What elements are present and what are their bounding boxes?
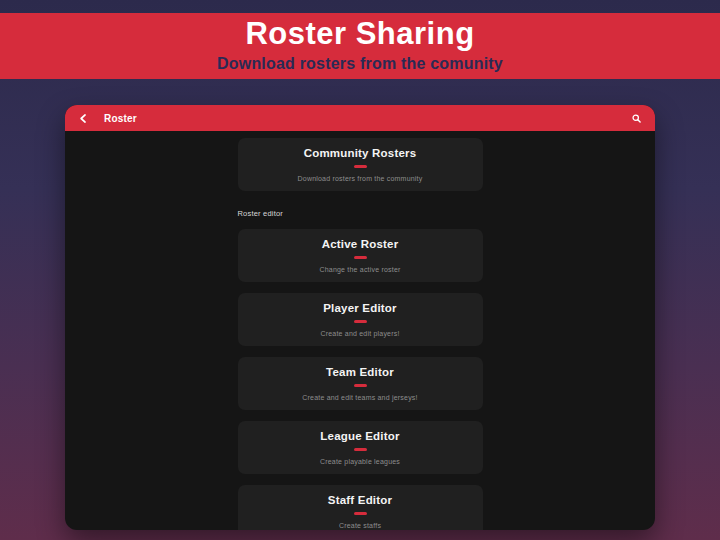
card-subtitle: Create and edit teams and jerseys! (248, 394, 473, 401)
card-staff-editor[interactable]: Staff Editor Create staffs (238, 485, 483, 530)
back-button[interactable] (78, 113, 89, 124)
card-player-editor[interactable]: Player Editor Create and edit players! (238, 293, 483, 346)
app-window: Roster Community Rosters Download roster… (65, 105, 655, 530)
page-background: Roster Sharing Download rosters from the… (0, 0, 720, 540)
red-dash (354, 384, 367, 387)
card-title: Staff Editor (248, 494, 473, 506)
red-dash (354, 320, 367, 323)
red-dash (354, 256, 367, 259)
search-button[interactable] (631, 113, 642, 124)
banner-subtitle: Download rosters from the comunity (217, 55, 503, 73)
card-title: Active Roster (248, 238, 473, 250)
appbar-title: Roster (104, 113, 137, 124)
banner-title: Roster Sharing (245, 18, 474, 49)
card-team-editor[interactable]: Team Editor Create and edit teams and je… (238, 357, 483, 410)
red-dash (354, 512, 367, 515)
card-title: Community Rosters (248, 147, 473, 159)
card-active-roster[interactable]: Active Roster Change the active roster (238, 229, 483, 282)
promo-banner: Roster Sharing Download rosters from the… (0, 13, 720, 79)
app-bar: Roster (65, 105, 655, 131)
section-label-roster-editor: Roster editor (238, 209, 284, 218)
search-icon (631, 113, 642, 124)
card-league-editor[interactable]: League Editor Create playable leagues (238, 421, 483, 474)
card-title: League Editor (248, 430, 473, 442)
card-subtitle: Create and edit players! (248, 330, 473, 337)
card-subtitle: Change the active roster (248, 266, 473, 273)
chevron-left-icon (78, 113, 89, 124)
app-content: Community Rosters Download rosters from … (238, 131, 483, 530)
red-dash (354, 448, 367, 451)
card-title: Player Editor (248, 302, 473, 314)
red-dash (354, 165, 367, 168)
card-title: Team Editor (248, 366, 473, 378)
card-community-rosters[interactable]: Community Rosters Download rosters from … (238, 138, 483, 191)
card-subtitle: Create staffs (248, 522, 473, 529)
card-subtitle: Download rosters from the community (248, 175, 473, 182)
card-subtitle: Create playable leagues (248, 458, 473, 465)
